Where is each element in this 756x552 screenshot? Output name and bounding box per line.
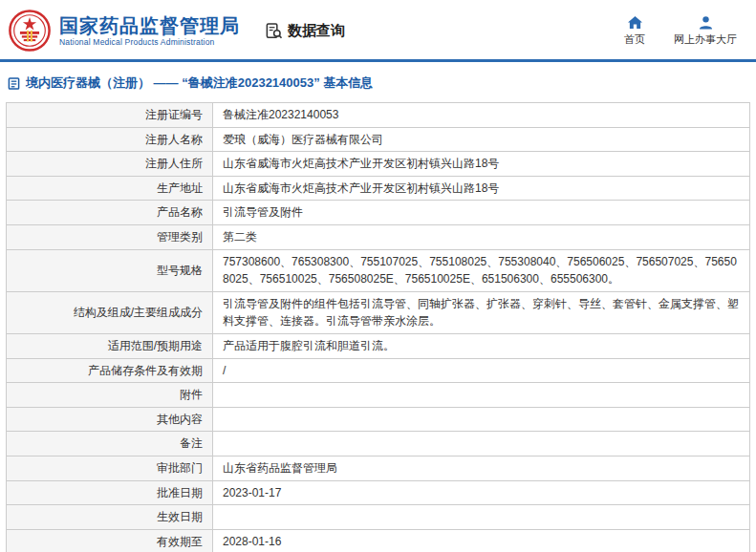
table-row: 其他内容 (7, 407, 750, 432)
row-label: 适用范围/预期用途 (7, 333, 213, 358)
row-label: 型号规格 (7, 249, 213, 291)
row-value: / (213, 358, 750, 383)
table-row: 注册人名称爱琅（威海）医疗器械有限公司 (7, 127, 750, 152)
row-label: 注册人名称 (7, 127, 213, 152)
row-value: 757308600、765308300、755107025、755108025、… (213, 249, 750, 291)
row-value (213, 383, 750, 408)
home-icon (627, 15, 643, 30)
table-row: 批准日期2023-01-17 (7, 480, 750, 505)
site-title: 国家药品监督管理局 (59, 14, 240, 37)
national-emblem-icon (8, 9, 52, 53)
online-hall-label: 网上办事大厅 (674, 32, 737, 47)
row-value: 2023-01-17 (213, 480, 750, 505)
header-right-nav: 首页 网上办事大厅 (624, 15, 743, 47)
breadcrumb: 境内医疗器械（注册） —— “鲁械注准20232140053” 基本信息 (0, 62, 756, 102)
breadcrumb-doc-icon (8, 77, 20, 90)
row-label: 产品储存条件及有效期 (7, 358, 213, 383)
user-icon (698, 15, 714, 30)
table-row: 结构及组成/主要组成成分引流导管及附件的组件包括引流导管、同轴扩张器、扩张器、穿… (7, 291, 750, 333)
row-value (213, 505, 750, 530)
row-value: 山东省威海市火炬高技术产业开发区初村镇兴山路18号 (213, 152, 750, 177)
site-subtitle: National Medical Products Administration (59, 37, 240, 47)
row-label: 生效日期 (7, 505, 213, 530)
info-table-body: 注册证编号鲁械注准20232140053注册人名称爱琅（威海）医疗器械有限公司注… (7, 103, 750, 552)
table-row: 产品名称引流导管及附件 (7, 201, 750, 225)
row-label: 结构及组成/主要组成成分 (7, 291, 213, 333)
row-value (213, 407, 750, 432)
data-query-icon (265, 22, 283, 40)
row-value: 2028-01-16 (213, 529, 750, 552)
data-query-nav[interactable]: 数据查询 (265, 22, 345, 40)
breadcrumb-text: 境内医疗器械（注册） —— “鲁械注准20232140053” 基本信息 (26, 74, 373, 92)
table-row: 产品储存条件及有效期/ (7, 358, 750, 383)
row-label: 其他内容 (7, 407, 213, 432)
row-label: 产品名称 (7, 201, 213, 225)
home-link[interactable]: 首页 (624, 15, 645, 47)
row-value (213, 432, 750, 456)
table-row: 注册人住所山东省威海市火炬高技术产业开发区初村镇兴山路18号 (7, 152, 750, 177)
site-brand: 国家药品监督管理局 National Medical Products Admi… (8, 9, 240, 53)
row-label: 注册人住所 (7, 152, 213, 177)
home-label: 首页 (624, 32, 645, 47)
row-label: 批准日期 (7, 480, 213, 505)
row-value: 爱琅（威海）医疗器械有限公司 (213, 127, 750, 152)
table-row: 附件 (7, 383, 750, 408)
table-row: 生产地址山东省威海市火炬高技术产业开发区初村镇兴山路18号 (7, 176, 750, 201)
row-value: 山东省威海市火炬高技术产业开发区初村镇兴山路18号 (213, 176, 750, 201)
row-value: 引流导管及附件的组件包括引流导管、同轴扩张器、扩张器、穿刺针、导丝、套管针、金属… (213, 291, 750, 333)
table-row: 生效日期 (7, 505, 750, 530)
row-value: 鲁械注准20232140053 (213, 103, 750, 128)
table-row: 注册证编号鲁械注准20232140053 (7, 103, 750, 128)
row-value: 产品适用于腹腔引流和胆道引流。 (213, 333, 750, 358)
table-row: 型号规格757308600、765308300、755107025、755108… (7, 249, 750, 291)
row-value: 山东省药品监督管理局 (213, 456, 750, 480)
row-label: 附件 (7, 383, 213, 408)
row-label: 生产地址 (7, 176, 213, 201)
page-header: 国家药品监督管理局 National Medical Products Admi… (0, 0, 756, 59)
registration-info-table: 注册证编号鲁械注准20232140053注册人名称爱琅（威海）医疗器械有限公司注… (6, 102, 750, 552)
row-label: 管理类别 (7, 224, 213, 249)
table-row: 适用范围/预期用途产品适用于腹腔引流和胆道引流。 (7, 333, 750, 358)
row-label: 审批部门 (7, 456, 213, 480)
online-hall-link[interactable]: 网上办事大厅 (674, 15, 737, 47)
table-row: 备注 (7, 432, 750, 456)
row-value: 第二类 (213, 224, 750, 249)
row-label: 备注 (7, 432, 213, 456)
data-query-label: 数据查询 (288, 22, 345, 40)
table-row: 审批部门山东省药品监督管理局 (7, 456, 750, 480)
table-row: 管理类别第二类 (7, 224, 750, 249)
row-label: 有效期至 (7, 529, 213, 552)
row-value: 引流导管及附件 (213, 201, 750, 225)
row-label: 注册证编号 (7, 103, 213, 128)
table-row: 有效期至2028-01-16 (7, 529, 750, 552)
brand-text: 国家药品监督管理局 National Medical Products Admi… (59, 14, 240, 47)
